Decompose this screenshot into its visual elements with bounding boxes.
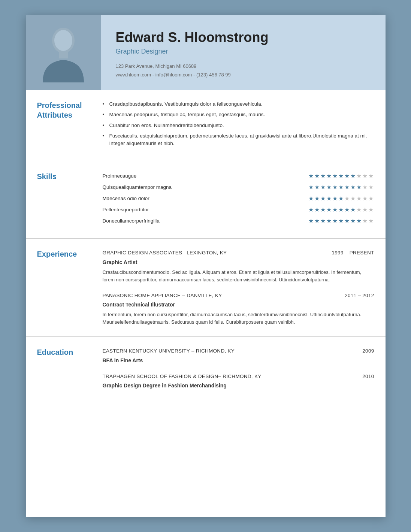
attr-list: Crasdapibusdapibusnis. Vestibulumquis do… <box>103 100 374 147</box>
star-filled-icon: ★ <box>320 173 326 179</box>
star-filled-icon: ★ <box>320 195 326 202</box>
star-empty-icon: ★ <box>368 218 374 224</box>
attr-item: Crasdapibusdapibusnis. Vestibulumquis do… <box>103 100 374 108</box>
header-contact: 123 Park Avenue, Michigan MI 60689 www.h… <box>116 62 269 79</box>
star-empty-icon: ★ <box>362 173 368 179</box>
star-filled-icon: ★ <box>344 173 350 179</box>
star-filled-icon: ★ <box>308 173 314 179</box>
skill-stars: ★★★★★★★★★★★ <box>307 172 374 181</box>
star-filled-icon: ★ <box>338 173 344 179</box>
star-filled-icon: ★ <box>350 218 356 224</box>
section-professional: ProfessionalAttributes Crasdapibusdapibu… <box>26 90 386 161</box>
star-filled-icon: ★ <box>338 195 344 202</box>
exp-date: 1999 – Present <box>332 249 374 257</box>
edu-degree: Graphic Design Degree in Fashion Merchan… <box>103 382 374 390</box>
star-filled-icon: ★ <box>344 218 350 224</box>
edu-degree: BFA in Fine Arts <box>103 357 374 365</box>
star-filled-icon: ★ <box>326 206 332 213</box>
edu-header: TRAPHAGEN SCHOOL OF FASHION & DESIGN– Ri… <box>103 373 374 380</box>
exp-block: PANASONIC HOME APPLIANCE – Danville, KY2… <box>103 292 374 326</box>
star-empty-icon: ★ <box>368 184 374 190</box>
exp-company: GRAPHIC DESIGN ASSOCIATES– Lexington, KY <box>103 249 227 257</box>
star-filled-icon: ★ <box>332 218 338 224</box>
edu-block: TRAPHAGEN SCHOOL OF FASHION & DESIGN– Ri… <box>103 373 374 390</box>
section-experience: Experience GRAPHIC DESIGN ASSOCIATES– Le… <box>26 239 386 337</box>
star-filled-icon: ★ <box>314 206 320 213</box>
exp-header: PANASONIC HOME APPLIANCE – Danville, KY2… <box>103 292 374 299</box>
skill-row: Donecullamcorperfringilla★★★★★★★★★★★ <box>103 217 374 226</box>
section-skills: Skills Proinnecaugue★★★★★★★★★★★Quisqueal… <box>26 161 386 239</box>
star-filled-icon: ★ <box>320 206 326 213</box>
header-title: Graphic Designer <box>116 48 269 55</box>
section-content-experience: GRAPHIC DESIGN ASSOCIATES– Lexington, KY… <box>103 249 374 326</box>
star-empty-icon: ★ <box>368 206 374 213</box>
section-education: Education EASTERN KENTUCKY UNIVERSITY – … <box>26 337 386 400</box>
star-filled-icon: ★ <box>344 206 350 213</box>
skill-row: Quisquealiquamtempor magna★★★★★★★★★★★ <box>103 183 374 192</box>
skill-row: Proinnecaugue★★★★★★★★★★★ <box>103 172 374 181</box>
header-info: Edward S. Hloomstrong Graphic Designer 1… <box>101 15 280 90</box>
attr-item: Fusceiaculis, estquislaciniapretium, ped… <box>103 132 374 148</box>
star-filled-icon: ★ <box>332 173 338 179</box>
skill-stars: ★★★★★★★★★★★ <box>307 194 374 203</box>
section-content-professional: Crasdapibusdapibusnis. Vestibulumquis do… <box>103 100 374 150</box>
section-content-education: EASTERN KENTUCKY UNIVERSITY – Richmond, … <box>103 347 374 390</box>
skill-stars: ★★★★★★★★★★★ <box>307 205 374 214</box>
star-filled-icon: ★ <box>314 195 320 202</box>
star-filled-icon: ★ <box>332 195 338 202</box>
skill-name: Pellentesqueporttitor <box>103 206 307 214</box>
exp-date: 2011 – 2012 <box>345 292 374 299</box>
edu-year: 2010 <box>362 373 374 380</box>
star-filled-icon: ★ <box>314 218 320 224</box>
star-filled-icon: ★ <box>332 206 338 213</box>
skills-table: Proinnecaugue★★★★★★★★★★★Quisquealiquamte… <box>103 172 374 226</box>
skill-stars: ★★★★★★★★★★★ <box>307 217 374 226</box>
header-address: 123 Park Avenue, Michigan MI 60689 <box>116 62 269 70</box>
exp-role: Contract Technical Illustrator <box>103 301 374 309</box>
star-empty-icon: ★ <box>356 206 362 213</box>
avatar-box <box>26 15 101 90</box>
star-filled-icon: ★ <box>350 206 356 213</box>
exp-header: GRAPHIC DESIGN ASSOCIATES– Lexington, KY… <box>103 249 374 257</box>
star-empty-icon: ★ <box>344 195 350 202</box>
skill-name: Maecenas odio dolor <box>103 195 307 202</box>
skill-name: Donecullamcorperfringilla <box>103 217 307 225</box>
edu-school: EASTERN KENTUCKY UNIVERSITY – Richmond, … <box>103 347 235 355</box>
star-filled-icon: ★ <box>314 173 320 179</box>
exp-company: PANASONIC HOME APPLIANCE – Danville, KY <box>103 292 222 299</box>
star-filled-icon: ★ <box>308 184 314 190</box>
section-content-skills: Proinnecaugue★★★★★★★★★★★Quisquealiquamte… <box>103 172 374 228</box>
star-filled-icon: ★ <box>314 184 320 190</box>
star-filled-icon: ★ <box>350 173 356 179</box>
skill-row: Maecenas odio dolor★★★★★★★★★★★ <box>103 194 374 203</box>
star-filled-icon: ★ <box>344 184 350 190</box>
svg-point-2 <box>54 30 72 51</box>
exp-desc: Crasfaucibuscondimentumodio. Sed ac ligu… <box>103 269 374 284</box>
exp-desc: In fermentum, lorem non cursusporttitor,… <box>103 311 374 326</box>
svg-rect-1 <box>59 52 68 58</box>
star-filled-icon: ★ <box>326 184 332 190</box>
star-filled-icon: ★ <box>320 184 326 190</box>
star-empty-icon: ★ <box>350 195 356 202</box>
star-empty-icon: ★ <box>356 173 362 179</box>
star-empty-icon: ★ <box>362 218 368 224</box>
header-links: www.hloom.com - info@hloom.com - (123) 4… <box>116 71 269 79</box>
star-filled-icon: ★ <box>338 184 344 190</box>
attr-item: Curabitur non eros. Nullamhendreritbiben… <box>103 122 374 129</box>
header-name: Edward S. Hloomstrong <box>116 30 269 45</box>
exp-role: Graphic Artist <box>103 259 374 266</box>
resume-document: Edward S. Hloomstrong Graphic Designer 1… <box>26 15 386 517</box>
skill-name: Quisquealiquamtempor magna <box>103 184 307 191</box>
section-label-professional: ProfessionalAttributes <box>37 100 103 150</box>
star-filled-icon: ★ <box>308 195 314 202</box>
exp-block: GRAPHIC DESIGN ASSOCIATES– Lexington, KY… <box>103 249 374 284</box>
star-filled-icon: ★ <box>332 184 338 190</box>
skill-name: Proinnecaugue <box>103 172 307 180</box>
edu-header: EASTERN KENTUCKY UNIVERSITY – Richmond, … <box>103 347 374 355</box>
star-filled-icon: ★ <box>320 218 326 224</box>
star-filled-icon: ★ <box>326 218 332 224</box>
header: Edward S. Hloomstrong Graphic Designer 1… <box>26 15 386 90</box>
star-filled-icon: ★ <box>326 195 332 202</box>
skill-stars: ★★★★★★★★★★★ <box>307 183 374 192</box>
star-empty-icon: ★ <box>362 206 368 213</box>
